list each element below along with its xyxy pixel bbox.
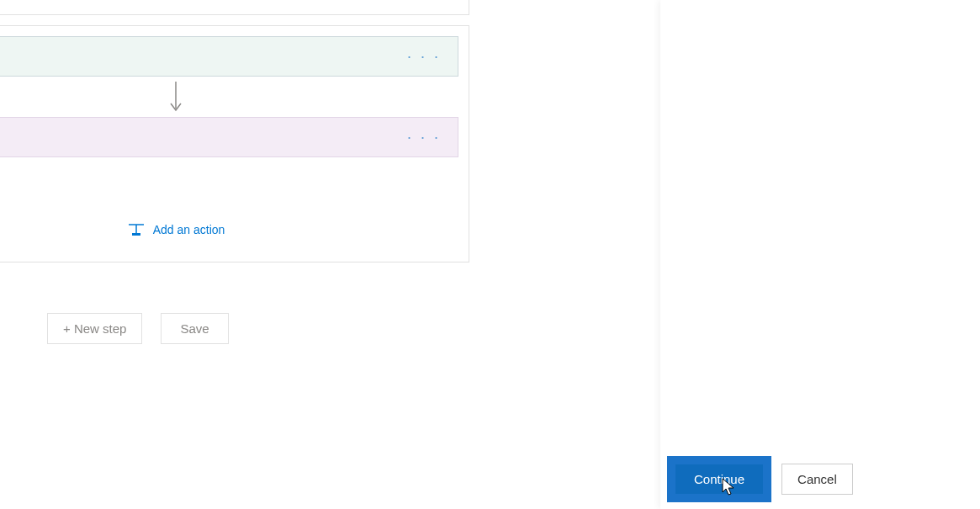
side-panel <box>660 0 980 509</box>
ellipsis-icon[interactable]: · · · <box>402 125 446 150</box>
dialog-footer: Continue Cancel <box>660 449 980 509</box>
cancel-button[interactable]: Cancel <box>781 464 853 495</box>
add-action-icon <box>127 223 146 236</box>
flow-canvas: age · · · variable · · · <box>0 0 660 509</box>
flow-inner: age · · · variable · · · <box>0 26 469 262</box>
continue-highlight: Continue <box>667 456 771 502</box>
save-button[interactable]: Save <box>161 313 228 344</box>
flow-scope-container: age · · · variable · · · <box>0 25 469 262</box>
svg-rect-3 <box>132 233 140 236</box>
previous-step-edge <box>0 0 469 15</box>
flow-arrow <box>0 80 458 114</box>
new-step-button[interactable]: + New step <box>47 313 142 344</box>
continue-button[interactable]: Continue <box>675 464 763 494</box>
ellipsis-icon[interactable]: · · · <box>402 45 446 69</box>
add-action-label: Add an action <box>153 223 225 236</box>
action-variable[interactable]: variable · · · <box>0 117 458 157</box>
add-action-button[interactable]: Add an action <box>0 223 458 236</box>
action-message[interactable]: age · · · <box>0 36 458 77</box>
flow-footer-buttons: + New step Save <box>47 313 229 344</box>
